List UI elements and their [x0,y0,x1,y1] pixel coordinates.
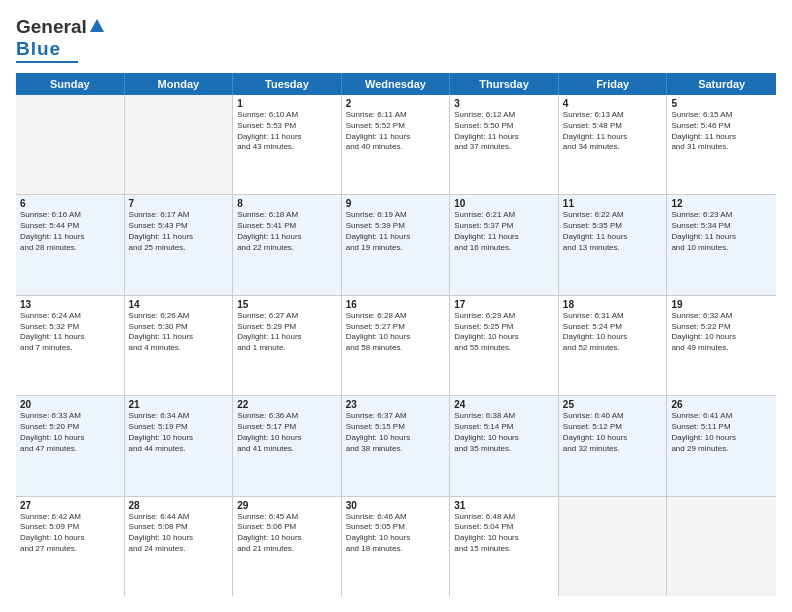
day-details: Sunrise: 6:31 AM Sunset: 5:24 PM Dayligh… [563,311,663,354]
day-details: Sunrise: 6:24 AM Sunset: 5:32 PM Dayligh… [20,311,120,354]
day-details: Sunrise: 6:37 AM Sunset: 5:15 PM Dayligh… [346,411,446,454]
day-details: Sunrise: 6:34 AM Sunset: 5:19 PM Dayligh… [129,411,229,454]
calendar-day-21: 21Sunrise: 6:34 AM Sunset: 5:19 PM Dayli… [125,396,234,495]
day-number: 2 [346,98,446,109]
header: General Blue [16,16,776,63]
day-details: Sunrise: 6:41 AM Sunset: 5:11 PM Dayligh… [671,411,772,454]
day-number: 11 [563,198,663,209]
day-details: Sunrise: 6:23 AM Sunset: 5:34 PM Dayligh… [671,210,772,253]
day-details: Sunrise: 6:33 AM Sunset: 5:20 PM Dayligh… [20,411,120,454]
day-number: 25 [563,399,663,410]
day-details: Sunrise: 6:22 AM Sunset: 5:35 PM Dayligh… [563,210,663,253]
calendar-day-11: 11Sunrise: 6:22 AM Sunset: 5:35 PM Dayli… [559,195,668,294]
day-details: Sunrise: 6:17 AM Sunset: 5:43 PM Dayligh… [129,210,229,253]
day-number: 8 [237,198,337,209]
day-number: 18 [563,299,663,310]
day-number: 10 [454,198,554,209]
calendar-header: SundayMondayTuesdayWednesdayThursdayFrid… [16,73,776,95]
calendar-day-10: 10Sunrise: 6:21 AM Sunset: 5:37 PM Dayli… [450,195,559,294]
calendar-day-25: 25Sunrise: 6:40 AM Sunset: 5:12 PM Dayli… [559,396,668,495]
calendar-empty [559,497,668,596]
day-number: 14 [129,299,229,310]
day-details: Sunrise: 6:26 AM Sunset: 5:30 PM Dayligh… [129,311,229,354]
logo-triangle-icon [90,19,104,32]
logo-underline [16,61,78,63]
day-details: Sunrise: 6:45 AM Sunset: 5:06 PM Dayligh… [237,512,337,555]
day-number: 9 [346,198,446,209]
day-number: 30 [346,500,446,511]
calendar-day-14: 14Sunrise: 6:26 AM Sunset: 5:30 PM Dayli… [125,296,234,395]
calendar-week-1: 1Sunrise: 6:10 AM Sunset: 5:53 PM Daylig… [16,95,776,195]
day-header-thursday: Thursday [450,73,559,95]
day-header-saturday: Saturday [667,73,776,95]
calendar-day-30: 30Sunrise: 6:46 AM Sunset: 5:05 PM Dayli… [342,497,451,596]
calendar-week-5: 27Sunrise: 6:42 AM Sunset: 5:09 PM Dayli… [16,497,776,596]
day-details: Sunrise: 6:11 AM Sunset: 5:52 PM Dayligh… [346,110,446,153]
logo: General Blue [16,16,104,63]
day-number: 5 [671,98,772,109]
logo-general: General [16,16,87,38]
day-details: Sunrise: 6:40 AM Sunset: 5:12 PM Dayligh… [563,411,663,454]
day-header-friday: Friday [559,73,668,95]
calendar-week-3: 13Sunrise: 6:24 AM Sunset: 5:32 PM Dayli… [16,296,776,396]
day-number: 20 [20,399,120,410]
day-number: 1 [237,98,337,109]
day-number: 15 [237,299,337,310]
day-number: 19 [671,299,772,310]
calendar-day-28: 28Sunrise: 6:44 AM Sunset: 5:08 PM Dayli… [125,497,234,596]
calendar-week-4: 20Sunrise: 6:33 AM Sunset: 5:20 PM Dayli… [16,396,776,496]
day-number: 17 [454,299,554,310]
calendar-empty [125,95,234,194]
calendar-day-26: 26Sunrise: 6:41 AM Sunset: 5:11 PM Dayli… [667,396,776,495]
day-details: Sunrise: 6:46 AM Sunset: 5:05 PM Dayligh… [346,512,446,555]
day-details: Sunrise: 6:36 AM Sunset: 5:17 PM Dayligh… [237,411,337,454]
day-header-wednesday: Wednesday [342,73,451,95]
day-number: 13 [20,299,120,310]
calendar-day-13: 13Sunrise: 6:24 AM Sunset: 5:32 PM Dayli… [16,296,125,395]
calendar-body: 1Sunrise: 6:10 AM Sunset: 5:53 PM Daylig… [16,95,776,596]
calendar-day-23: 23Sunrise: 6:37 AM Sunset: 5:15 PM Dayli… [342,396,451,495]
day-number: 28 [129,500,229,511]
calendar-empty [667,497,776,596]
day-header-monday: Monday [125,73,234,95]
day-details: Sunrise: 6:44 AM Sunset: 5:08 PM Dayligh… [129,512,229,555]
calendar-day-15: 15Sunrise: 6:27 AM Sunset: 5:29 PM Dayli… [233,296,342,395]
day-details: Sunrise: 6:32 AM Sunset: 5:22 PM Dayligh… [671,311,772,354]
day-details: Sunrise: 6:27 AM Sunset: 5:29 PM Dayligh… [237,311,337,354]
day-details: Sunrise: 6:12 AM Sunset: 5:50 PM Dayligh… [454,110,554,153]
day-details: Sunrise: 6:38 AM Sunset: 5:14 PM Dayligh… [454,411,554,454]
day-number: 12 [671,198,772,209]
day-number: 7 [129,198,229,209]
calendar-day-20: 20Sunrise: 6:33 AM Sunset: 5:20 PM Dayli… [16,396,125,495]
day-number: 22 [237,399,337,410]
day-header-sunday: Sunday [16,73,125,95]
day-number: 31 [454,500,554,511]
day-details: Sunrise: 6:29 AM Sunset: 5:25 PM Dayligh… [454,311,554,354]
day-details: Sunrise: 6:28 AM Sunset: 5:27 PM Dayligh… [346,311,446,354]
calendar-day-1: 1Sunrise: 6:10 AM Sunset: 5:53 PM Daylig… [233,95,342,194]
calendar-day-5: 5Sunrise: 6:15 AM Sunset: 5:46 PM Daylig… [667,95,776,194]
day-number: 24 [454,399,554,410]
calendar: SundayMondayTuesdayWednesdayThursdayFrid… [16,73,776,596]
day-number: 4 [563,98,663,109]
calendar-day-12: 12Sunrise: 6:23 AM Sunset: 5:34 PM Dayli… [667,195,776,294]
calendar-day-27: 27Sunrise: 6:42 AM Sunset: 5:09 PM Dayli… [16,497,125,596]
calendar-day-16: 16Sunrise: 6:28 AM Sunset: 5:27 PM Dayli… [342,296,451,395]
day-details: Sunrise: 6:42 AM Sunset: 5:09 PM Dayligh… [20,512,120,555]
calendar-day-2: 2Sunrise: 6:11 AM Sunset: 5:52 PM Daylig… [342,95,451,194]
page: General Blue SundayMondayTuesdayWednesda… [0,0,792,612]
day-number: 6 [20,198,120,209]
calendar-day-19: 19Sunrise: 6:32 AM Sunset: 5:22 PM Dayli… [667,296,776,395]
day-details: Sunrise: 6:10 AM Sunset: 5:53 PM Dayligh… [237,110,337,153]
calendar-day-7: 7Sunrise: 6:17 AM Sunset: 5:43 PM Daylig… [125,195,234,294]
calendar-day-22: 22Sunrise: 6:36 AM Sunset: 5:17 PM Dayli… [233,396,342,495]
day-number: 23 [346,399,446,410]
day-number: 16 [346,299,446,310]
day-details: Sunrise: 6:19 AM Sunset: 5:39 PM Dayligh… [346,210,446,253]
calendar-day-24: 24Sunrise: 6:38 AM Sunset: 5:14 PM Dayli… [450,396,559,495]
calendar-day-18: 18Sunrise: 6:31 AM Sunset: 5:24 PM Dayli… [559,296,668,395]
calendar-day-9: 9Sunrise: 6:19 AM Sunset: 5:39 PM Daylig… [342,195,451,294]
day-details: Sunrise: 6:21 AM Sunset: 5:37 PM Dayligh… [454,210,554,253]
day-details: Sunrise: 6:13 AM Sunset: 5:48 PM Dayligh… [563,110,663,153]
day-number: 26 [671,399,772,410]
